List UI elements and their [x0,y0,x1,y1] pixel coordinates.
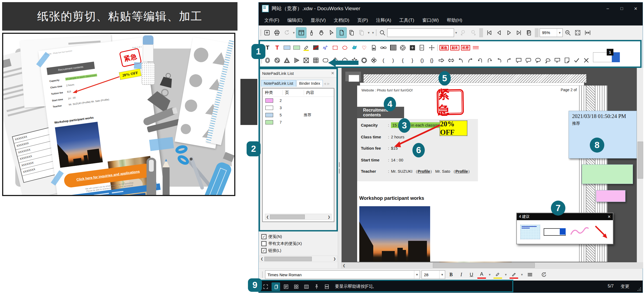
chevron-down-icon[interactable]: ▼ [557,29,562,37]
note-green-icon[interactable] [292,42,301,53]
page-list-icon[interactable] [524,28,534,38]
lasso-icon[interactable] [350,42,359,53]
bubble-rect-icon[interactable] [514,55,524,66]
bubble-pointer-icon[interactable] [552,55,562,66]
nav-next-icon[interactable] [504,28,514,38]
bubble-cloud-icon[interactable] [543,55,552,66]
select-cursor-icon[interactable] [326,28,336,38]
close-button[interactable]: ✕ [629,2,643,15]
arrow-uturn-right-icon[interactable] [485,55,495,66]
list-item[interactable]: 3 [263,104,334,111]
chevron-down-icon[interactable]: ▼ [488,273,492,276]
fit-width-icon[interactable] [583,28,592,38]
select-ellipse-icon[interactable] [340,42,350,53]
no-entry-icon[interactable] [272,55,282,66]
stamp-副本-button[interactable]: 副本 [450,45,459,50]
hand-icon[interactable] [316,28,326,38]
font-size-select[interactable]: 28▼ [422,270,445,279]
checkbox-row[interactable]: 带有文本的便笺(X) [261,240,335,247]
chevron-down-icon[interactable]: ▼ [504,273,508,276]
bubble-round-icon[interactable] [524,55,533,66]
stamp-紧急-button[interactable]: 紧急 [440,45,449,50]
page-icon[interactable] [336,27,347,38]
menu-item-6[interactable]: 注释(A) [372,15,395,25]
sticky-note-green[interactable] [582,164,633,184]
zoom-out-icon[interactable] [563,28,573,38]
binder-color-tab[interactable] [593,52,620,62]
pen-tools-icon[interactable] [306,28,316,38]
discount-annotation[interactable]: 20% OFF [440,120,467,136]
menu-item-9[interactable]: 帮助(H) [443,15,466,25]
chevron-down-icon[interactable]: ▼ [439,271,445,279]
chevron-down-icon[interactable]: ▼ [292,31,296,34]
shape-()-icon[interactable]: () [417,55,427,66]
columns-icon[interactable] [302,282,311,291]
select-rect-icon[interactable] [330,42,340,53]
suggestion-field-thumb[interactable] [544,228,566,236]
maximize-button[interactable]: □ [615,2,629,15]
ministamp-icon[interactable] [471,42,481,53]
panel-close-icon[interactable]: ✕ [331,71,334,76]
arrow-right-icon[interactable] [437,55,446,66]
checkbox-checked[interactable]: ✓ [261,248,266,253]
checkbox-row[interactable]: ✓链接(L) [261,247,335,254]
scroll-left-icon[interactable]: ❮ [342,264,346,267]
menu-item-3[interactable]: 显示(V) [306,15,330,25]
text-red-icon[interactable]: T [272,42,282,53]
checkbox-row[interactable]: ✓便笺(N) [261,233,335,240]
server-icon[interactable] [323,282,331,291]
shape-{-icon[interactable]: { [398,55,408,66]
italic-button[interactable]: I [457,270,466,279]
menu-item-8[interactable]: 窗口(W) [418,15,443,25]
shape-(-icon[interactable]: ( [379,55,388,66]
sticky-note-pink[interactable] [596,190,625,202]
heart-icon[interactable]: ♡ [359,42,369,53]
blackout-icon[interactable] [311,42,321,53]
arrow-loop-left-icon[interactable] [495,55,504,66]
pages-icon[interactable] [272,282,280,291]
arrow-loop-right-icon[interactable] [504,55,514,66]
popup-close-icon[interactable]: ✕ [608,215,611,219]
grid-icon[interactable] [292,282,301,291]
flower-icon[interactable] [369,55,379,66]
note-blue-icon[interactable] [282,42,292,53]
fit-page-icon[interactable] [573,28,583,38]
stamp-c-icon[interactable] [408,42,417,53]
scroll-thumb[interactable] [264,257,312,261]
panel-hscrollbar[interactable]: ❮ ❯ [259,256,337,262]
square-x-icon[interactable] [301,55,311,66]
suggestion-marker-thumb[interactable] [569,227,590,237]
list-item[interactable]: 2 [263,97,334,104]
checkbox-unchecked[interactable] [261,241,266,246]
scroll-thumb[interactable] [270,215,305,219]
bubble-ellipse-icon[interactable] [533,55,543,66]
pin-icon[interactable] [312,282,321,291]
link-icon[interactable] [379,42,388,53]
move-icon[interactable] [427,42,437,53]
play-icon[interactable] [292,55,301,66]
scroll-right-icon[interactable]: ❯ [327,215,331,219]
square-grid-icon[interactable] [311,55,321,66]
menu-item-5[interactable]: 页(P) [353,15,372,25]
menu-item-2[interactable]: 编辑(E) [283,15,307,25]
scroll-left-icon[interactable]: ❮ [265,215,270,219]
search-prev-icon[interactable] [458,28,468,38]
doc-vscrollbar[interactable] [637,68,643,262]
ole-icon[interactable]: OLE [369,42,379,53]
stamp-a-icon[interactable] [388,42,398,53]
check-icon[interactable] [572,55,581,66]
zoom-level-select[interactable]: 95%▼ [540,28,563,37]
menu-item-4[interactable]: 文档(D) [330,15,353,25]
list-item[interactable]: 7 [263,119,334,126]
highlight-color-button[interactable] [493,271,502,279]
list-icon[interactable] [282,282,290,291]
tab-notepad-link-list[interactable]: NotePad/Link List [261,80,296,87]
minimize-button[interactable]: – [601,2,615,15]
page-copy-icon[interactable] [347,28,357,38]
freehand-icon[interactable] [321,42,330,53]
burst-icon[interactable] [359,55,369,66]
cross-icon[interactable] [581,55,591,66]
rotate-icon[interactable] [282,28,292,38]
stamp-机密-button[interactable]: 机密 [461,45,470,50]
arrow-curve-right-icon[interactable] [466,55,475,66]
